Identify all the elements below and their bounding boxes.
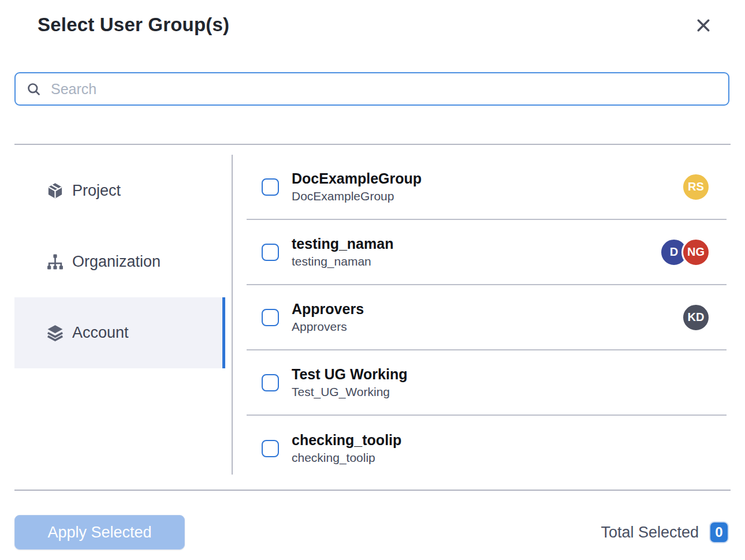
search-icon	[26, 81, 42, 97]
footer-divider	[14, 490, 731, 491]
sidebar-item-label: Account	[72, 324, 129, 342]
group-subtitle: testing_naman	[292, 254, 393, 268]
group-checkbox[interactable]	[262, 374, 279, 391]
sidebar-item-account[interactable]: Account	[14, 297, 225, 368]
group-subtitle: DocExampleGroup	[292, 189, 422, 203]
group-name: Approvers	[292, 300, 364, 318]
avatar-group: RS	[681, 173, 710, 201]
avatar: KD	[681, 303, 710, 332]
group-row[interactable]: Approvers Approvers KD	[247, 285, 727, 350]
group-name: testing_naman	[292, 235, 393, 252]
group-list: DocExampleGroup DocExampleGroup RS testi…	[247, 155, 727, 481]
sitemap-icon	[46, 253, 64, 271]
sidebar-item-organization[interactable]: Organization	[14, 226, 225, 297]
total-selected-label: Total Selected	[601, 524, 699, 542]
dialog-title: Select User Group(s)	[38, 14, 229, 36]
group-row[interactable]: checking_toolip checking_toolip	[247, 416, 727, 481]
avatar-group: DNG	[660, 238, 710, 267]
group-name: checking_toolip	[292, 431, 401, 449]
cube-icon	[46, 182, 64, 200]
group-subtitle: checking_toolip	[292, 450, 401, 465]
group-row[interactable]: testing_naman testing_naman DNG	[247, 220, 727, 285]
group-subtitle: Test_UG_Working	[292, 384, 407, 399]
layers-icon	[46, 324, 64, 342]
group-name: DocExampleGroup	[292, 170, 422, 187]
total-selected: Total Selected 0	[601, 520, 729, 544]
avatar-group: KD	[681, 303, 710, 332]
close-icon	[695, 17, 712, 34]
group-subtitle: Approvers	[292, 319, 364, 334]
group-row[interactable]: Test UG Working Test_UG_Working	[247, 350, 727, 416]
group-row[interactable]: DocExampleGroup DocExampleGroup RS	[247, 155, 727, 220]
group-checkbox[interactable]	[262, 440, 279, 457]
sidebar: Project Organization Account	[14, 155, 225, 368]
search-input[interactable]	[51, 81, 718, 98]
avatar: NG	[681, 238, 710, 267]
group-checkbox[interactable]	[262, 178, 279, 196]
vertical-divider	[232, 155, 233, 475]
group-checkbox[interactable]	[262, 309, 279, 326]
avatar: RS	[681, 173, 710, 201]
sidebar-item-label: Project	[72, 182, 121, 200]
sidebar-item-project[interactable]: Project	[14, 155, 225, 226]
group-checkbox[interactable]	[262, 244, 279, 261]
group-name: Test UG Working	[292, 365, 407, 383]
close-button[interactable]	[692, 14, 714, 36]
total-selected-badge: 0	[709, 521, 729, 543]
search-box	[14, 72, 729, 106]
apply-selected-button[interactable]: Apply Selected	[14, 515, 185, 550]
header-divider	[14, 144, 731, 145]
sidebar-item-label: Organization	[72, 253, 161, 271]
select-user-groups-dialog: Select User Group(s) Project Organizatio…	[0, 0, 745, 560]
